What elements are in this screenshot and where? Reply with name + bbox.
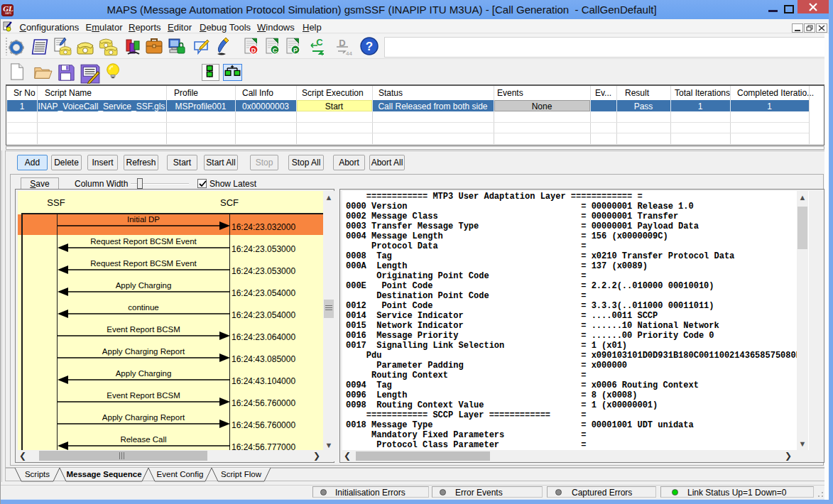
svg-text:P: P xyxy=(293,47,298,54)
svg-text:C: C xyxy=(273,47,278,54)
svg-text:D: D xyxy=(251,47,256,54)
svg-text:44: 44 xyxy=(346,50,352,57)
svg-text:?: ? xyxy=(366,40,373,53)
